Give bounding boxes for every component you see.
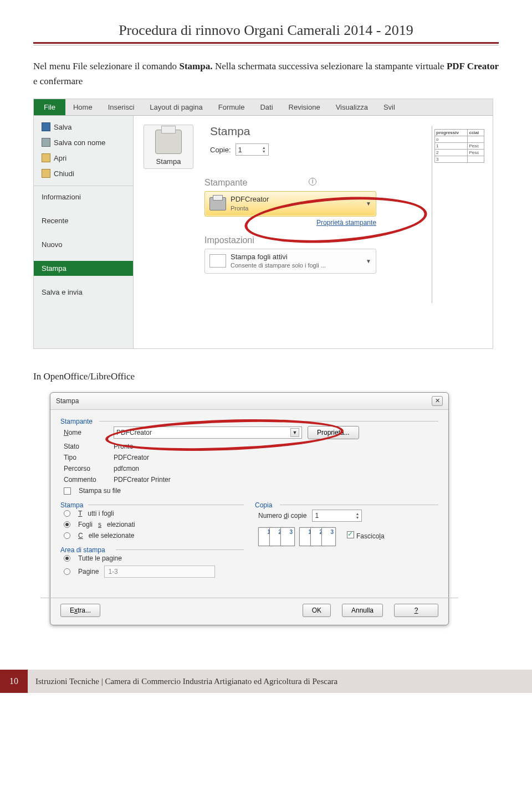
percorso-value: pdfcmon: [114, 465, 139, 472]
legend-copia: Copia: [255, 501, 275, 509]
save-icon: [42, 122, 50, 131]
preview-table: progressivcciai o 1Pesc 2Pesc 3: [434, 129, 484, 163]
radio-fogli-selezionati[interactable]: Fogli selezionati: [64, 521, 244, 528]
lbl: Nuovo: [42, 240, 63, 249]
spinner-icon[interactable]: ▲▼: [262, 146, 266, 153]
sheet-icon: [209, 254, 226, 268]
p1-a: Nel menu File selezionare il comando: [33, 61, 180, 71]
fieldset-area: Area di stampa Tutte le pagine Pagine 1-…: [60, 546, 244, 578]
lbl: Stampa: [42, 264, 66, 273]
radio-tutti[interactable]: Tutti i fogli: [64, 510, 244, 517]
legend-stampa: Stampa: [60, 501, 86, 509]
tab-svil[interactable]: Svil: [376, 99, 403, 115]
tab-home[interactable]: Home: [65, 99, 100, 115]
lbl: Salva con nome: [54, 138, 105, 147]
sidebar-item-chiudi[interactable]: Chiudi: [34, 166, 133, 181]
radio-icon: [64, 521, 70, 528]
p1-e: e confermare: [33, 76, 83, 86]
page-title: Procedura di rinnovo Organi Camerali 201…: [33, 22, 499, 42]
lbl: Salva e invia: [42, 288, 83, 296]
sidebar-item-stampa[interactable]: Stampa: [34, 261, 133, 276]
radio-icon: [64, 510, 70, 517]
close-button[interactable]: ✕: [432, 396, 443, 406]
sidebar-item-recente[interactable]: Recente: [34, 213, 133, 228]
ok-button[interactable]: OK: [303, 604, 331, 617]
annulla-button[interactable]: Annulla: [342, 604, 383, 617]
info-icon[interactable]: i: [309, 178, 316, 186]
setting-sub: Consente di stampare solo i fogli ...: [231, 262, 326, 269]
stampa-su-file-row[interactable]: Stampa su file: [64, 487, 438, 495]
lbl: Salva: [54, 123, 72, 131]
percorso-label: Percorso: [64, 465, 108, 472]
sidebar-item-apri[interactable]: Apri: [34, 150, 133, 166]
tipo-label: Tipo: [64, 454, 108, 461]
commento-value: PDFCreator Printer: [114, 476, 171, 484]
close-icon: [42, 169, 50, 178]
print-button[interactable]: Stampa: [144, 125, 193, 169]
tipo-value: PDFCreator: [114, 454, 149, 461]
stato-label: Stato: [64, 443, 108, 450]
num-copie-input[interactable]: 1 ▲▼: [312, 510, 362, 522]
spinner-icon[interactable]: ▲▼: [355, 512, 359, 520]
pages-input[interactable]: 1-3: [104, 566, 215, 578]
dialog-title: Stampa: [56, 397, 432, 405]
lbl: Recente: [42, 217, 68, 225]
sidebar-item-salvacon[interactable]: Salva con nome: [34, 135, 133, 150]
mid-text: In OpenOffice/LibreOffice: [33, 371, 499, 382]
tab-visualizza[interactable]: Visualizza: [328, 99, 376, 115]
tab-formule[interactable]: Formule: [211, 99, 253, 115]
printer-status: Pronta: [231, 205, 248, 212]
legend-stampante: Stampante: [60, 418, 96, 425]
printer-icon: [155, 130, 182, 154]
backstage-main: Stampa Stampa Copie: 1 ▲▼: [134, 116, 493, 348]
radio-pagine[interactable]: Pagine 1-3: [64, 566, 244, 578]
help-button[interactable]: ?: [394, 604, 438, 617]
val: 1: [238, 146, 242, 154]
chevron-down-icon: ▼: [366, 258, 371, 264]
nome-label: Nome: [64, 429, 108, 436]
fascicola-check[interactable]: Fascicola: [347, 531, 385, 540]
lbl: Apri: [54, 154, 66, 162]
lbl: Chiudi: [54, 169, 74, 178]
settings-dropdown[interactable]: Stampa fogli attivi Consente di stampare…: [204, 249, 376, 274]
lbl: Tutte le pagine: [78, 554, 122, 562]
footer-text: Istruzioni Tecniche | Camera di Commerci…: [28, 670, 532, 693]
checkbox-stampa-file[interactable]: [64, 487, 71, 495]
radio-celle[interactable]: Celle selezionate: [64, 532, 244, 539]
sidebar-item-nuovo[interactable]: Nuovo: [34, 237, 133, 252]
val: 1: [315, 512, 319, 520]
tab-revisione[interactable]: Revisione: [281, 99, 328, 115]
radio-tutte-pagine[interactable]: Tutte le pagine: [64, 554, 244, 562]
p1-d: PDF Creator: [447, 61, 499, 71]
saveas-icon: [42, 138, 50, 147]
tab-layout[interactable]: Layout di pagina: [142, 99, 210, 115]
extra-button[interactable]: Extra...: [60, 604, 100, 617]
lbl: Pagine: [78, 568, 99, 575]
backstage-sidebar: Salva Salva con nome Apri Chiudi Informa…: [34, 116, 134, 348]
tab-file[interactable]: File: [34, 99, 65, 115]
tab-inserisci[interactable]: Inserisci: [100, 99, 142, 115]
radio-icon: [64, 555, 70, 562]
sidebar-item-informazioni[interactable]: Informazioni: [34, 186, 133, 204]
sidebar-item-salvainvia[interactable]: Salva e invia: [34, 285, 133, 300]
copies-label: Copie:: [210, 146, 231, 154]
openoffice-screenshot: Stampa ✕ Stampante Nome PDFCreator ▼: [33, 392, 493, 625]
open-icon: [42, 153, 50, 162]
fieldset-stampa: Stampa Tutti i fogli Fogli selezionati C…: [60, 501, 244, 539]
copies-input[interactable]: 1 ▲▼: [236, 143, 269, 156]
p1-b: Stampa.: [180, 61, 213, 71]
ribbon-tabs: File Home Inserisci Layout di pagina For…: [34, 99, 493, 116]
radio-icon: [64, 532, 70, 539]
tab-dati[interactable]: Dati: [252, 99, 280, 115]
printer-small-icon: [209, 197, 226, 210]
num-copie-label: Numero di copie: [258, 512, 306, 520]
radio-icon: [64, 568, 70, 575]
lbl: Stampa: [156, 157, 181, 166]
lbl: Stampa su file: [79, 487, 121, 495]
commento-label: Commento: [64, 476, 108, 484]
p1-c: Nella schermata successiva selezionare l…: [212, 61, 446, 71]
print-heading: Stampa: [210, 125, 269, 138]
sidebar-item-salva[interactable]: Salva: [34, 119, 133, 135]
fieldset-copia: Copia Numero di copie 1 ▲▼: [255, 501, 438, 546]
val: 1-3: [108, 568, 117, 575]
